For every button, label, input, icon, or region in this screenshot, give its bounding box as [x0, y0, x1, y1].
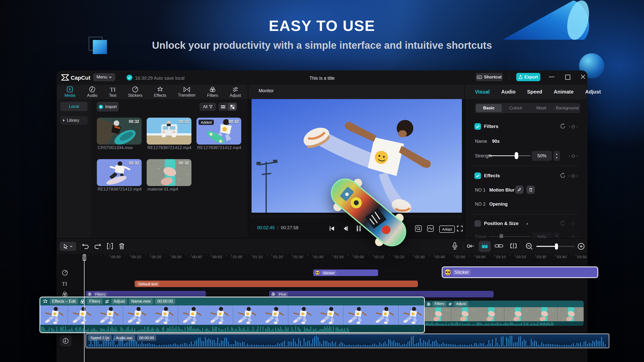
inspector-body: Basic Cutout Mask Background Filters ‹◇›… [465, 99, 587, 238]
subtab-background[interactable]: Background [554, 106, 580, 111]
sidebar-item-library[interactable]: Library [60, 116, 88, 125]
sticker-clip[interactable]: Sticker [313, 269, 378, 276]
ruler-label: 03:40 [557, 255, 567, 259]
reset-icon[interactable] [560, 220, 566, 226]
shortcut-button[interactable]: Shortcut [476, 73, 503, 81]
clip-badge-adjust[interactable]: Adjust [454, 301, 468, 307]
ruler-major-tick [313, 254, 313, 257]
unlink-clips-button[interactable] [510, 243, 517, 249]
edit-effect-button[interactable] [515, 186, 524, 194]
redo-button[interactable] [94, 243, 101, 249]
menu-label: Menu [97, 75, 107, 80]
maximize-button[interactable] [565, 75, 570, 80]
timeline-zoom-out-button[interactable] [526, 243, 533, 250]
filmstrip-frame [150, 305, 178, 325]
timeline-zoom-slider-handle[interactable] [555, 243, 558, 250]
tab-stickers[interactable]: Stickers [128, 86, 142, 98]
select-tool-button[interactable] [60, 242, 76, 251]
subtab-basic[interactable]: Basic [476, 104, 502, 112]
reset-icon[interactable] [560, 123, 566, 129]
zoom-value-box[interactable]: 50% [532, 232, 552, 238]
shortcut-label: Shortcut [484, 75, 502, 80]
zoom-slider-handle[interactable] [500, 234, 503, 238]
position-keyframe-controls[interactable]: ‹◇› [569, 220, 579, 226]
media-item-thumb[interactable]: Added 00:32 [196, 118, 241, 145]
time-display: 00:02:45 | 00:27:58 [257, 225, 298, 231]
tab-adjust-inspector[interactable]: Adjust [585, 89, 601, 95]
strength-slider-handle[interactable] [515, 152, 518, 159]
ruler-label: 03:10 [496, 255, 506, 259]
media-item-thumb[interactable]: 00:32 [97, 118, 142, 145]
preview-axis-button[interactable] [479, 241, 491, 252]
delete-button[interactable] [119, 243, 125, 249]
clip-badge-filters[interactable]: Filters [432, 301, 447, 307]
zoom-keyframe-controls[interactable]: ‹◇› [569, 234, 579, 238]
tab-audio-inspector[interactable]: Audio [501, 89, 516, 95]
link-clips-button[interactable] [495, 243, 503, 248]
audio-clip[interactable]: Speed 2.0x Audio.aac 00:00:00 [86, 334, 609, 348]
close-button[interactable] [581, 74, 585, 79]
clip-badge-filters[interactable]: Filters [87, 298, 103, 304]
video-clip-selected[interactable]: Effects – Edit Filters Adjust Name.mov 0… [39, 297, 425, 333]
subtab-mask[interactable]: Mask [529, 106, 554, 111]
record-voiceover-button[interactable] [452, 242, 458, 250]
list-view-button[interactable] [218, 103, 228, 111]
tab-speed[interactable]: Speed [527, 89, 542, 95]
media-tabs: Media Audio TI Text Stickers Effects Tra… [59, 86, 247, 98]
filter-all-button[interactable]: All [199, 103, 216, 111]
zoom-slider-track[interactable] [489, 236, 531, 237]
zoom-stepper[interactable]: ▲▼ [553, 232, 560, 238]
sidebar-item-local[interactable]: Local [60, 102, 88, 111]
ruler-major-tick [454, 254, 455, 257]
ruler-label: 02:40 [435, 255, 445, 259]
reset-icon[interactable] [560, 172, 566, 178]
preview-quality-button[interactable] [427, 225, 434, 232]
hero-subtitle: Unlock your productivity with a simple i… [0, 40, 644, 51]
auto-snap-button[interactable] [467, 243, 474, 249]
tab-effects[interactable]: Effects [154, 86, 166, 98]
filters-keyframe-controls[interactable]: ‹◇› [569, 123, 579, 129]
tab-animate[interactable]: Animate [554, 89, 574, 95]
media-item-thumb[interactable]: 00:32 [147, 118, 191, 145]
text-clip[interactable]: Default text [135, 281, 418, 287]
export-button[interactable]: Export [516, 73, 540, 81]
grid-view-button[interactable] [228, 103, 237, 111]
tab-audio[interactable]: Audio [87, 86, 97, 98]
subtab-cutout[interactable]: Cutout [503, 106, 529, 111]
minimize-button[interactable] [549, 77, 554, 77]
ruler-major-tick [536, 254, 536, 257]
effects-keyframe-controls[interactable]: ‹◇› [569, 173, 579, 178]
tab-filters[interactable]: Filters [207, 86, 218, 98]
delete-effect-button[interactable] [527, 186, 535, 194]
collapse-arrow-icon[interactable]: ▲ [526, 222, 529, 225]
media-item-thumb[interactable]: 00:32 [147, 159, 191, 186]
clip-badge-effects[interactable]: Effects – Edit [50, 298, 78, 304]
strength-stepper[interactable]: ▲▼ [553, 151, 560, 161]
menu-button[interactable]: Menu [93, 73, 115, 81]
effects-icon [157, 86, 163, 93]
ruler-label: 03:30 [537, 255, 546, 259]
playhead-line[interactable] [84, 254, 85, 362]
position-size-checkbox[interactable] [474, 220, 481, 227]
strength-value-box[interactable]: 50% [532, 151, 552, 161]
sticker-clip-selected[interactable]: Sticker [442, 266, 598, 278]
import-button[interactable]: Import [97, 102, 118, 111]
split-button[interactable] [107, 243, 113, 249]
strength-keyframe-controls[interactable]: ‹◇› [569, 153, 579, 159]
timeline-zoom-in-button[interactable] [578, 243, 585, 250]
tab-text[interactable]: TI Text [109, 86, 116, 98]
adapt-ratio-button[interactable]: Adapt [439, 225, 455, 233]
effects-checkbox[interactable] [474, 172, 481, 179]
tab-visual[interactable]: Visual [475, 89, 490, 95]
clip-badge-adjust[interactable]: Adjust [111, 298, 127, 304]
tab-media[interactable]: Media [64, 86, 75, 98]
undo-button[interactable] [82, 243, 89, 249]
filters-checkbox[interactable] [474, 123, 481, 130]
tab-transition[interactable]: Transition [178, 87, 195, 98]
tab-adjust[interactable]: Adjust [230, 86, 241, 98]
media-item-thumb[interactable]: 00:32 [97, 159, 142, 186]
current-time: 00:02:45 [257, 225, 275, 231]
video-clip[interactable]: Filters Adjust [425, 301, 584, 326]
fullscreen-button[interactable] [457, 225, 463, 232]
media-item-name: material 01.mp4 [147, 187, 192, 192]
